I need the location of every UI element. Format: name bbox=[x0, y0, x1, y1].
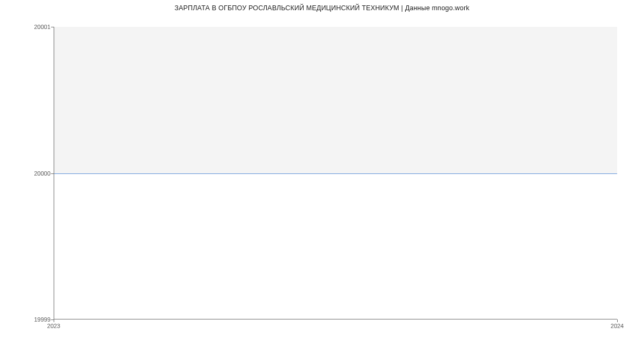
x-tick-label: 2023 bbox=[47, 319, 60, 329]
plot-background-upper bbox=[54, 27, 617, 173]
chart-title: ЗАРПЛАТА В ОГБПОУ РОСЛАВЛЬСКИЙ МЕДИЦИНСК… bbox=[0, 0, 644, 12]
y-tick-label: 20001 bbox=[34, 24, 54, 30]
y-axis bbox=[54, 27, 54, 319]
chart-plot-area: 20001 20000 19999 2023 2024 bbox=[54, 27, 617, 319]
data-line bbox=[54, 173, 617, 174]
x-tick-label: 2024 bbox=[611, 319, 624, 329]
x-axis bbox=[54, 319, 617, 319]
y-tick-label: 20000 bbox=[34, 170, 54, 177]
